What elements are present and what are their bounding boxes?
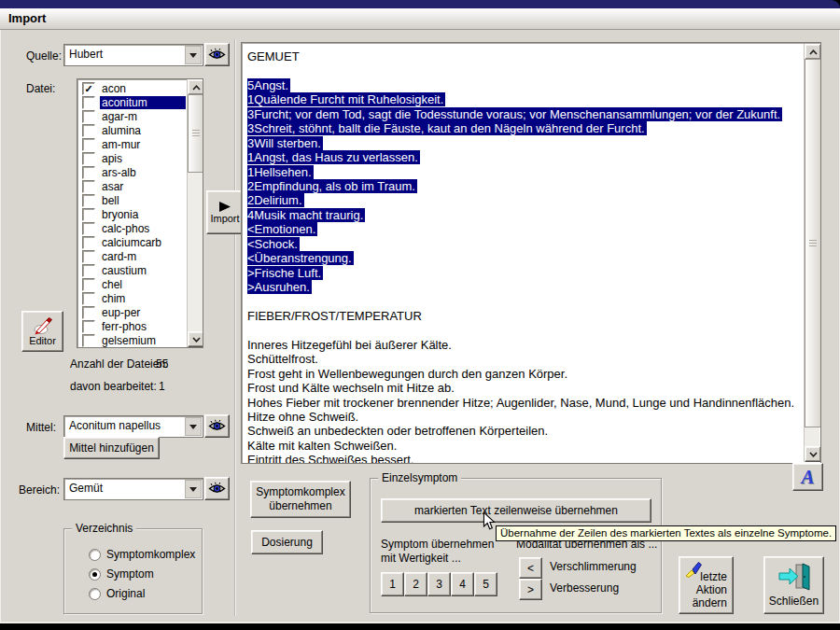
quelle-combobox[interactable]: Hubert xyxy=(63,44,203,66)
wertigkeit-button-2[interactable]: 2 xyxy=(404,572,427,596)
file-checkbox[interactable] xyxy=(82,250,95,263)
selected-text: >Frische Luft. xyxy=(247,266,323,280)
file-checkbox[interactable] xyxy=(82,292,95,305)
file-name: chel xyxy=(100,278,186,291)
file-list-item[interactable]: aconitum xyxy=(79,95,186,109)
file-checkbox[interactable] xyxy=(82,306,95,319)
quelle-view-button[interactable] xyxy=(204,43,230,66)
radio-icon[interactable] xyxy=(89,568,101,581)
verschlimmerung-button[interactable]: < xyxy=(519,557,542,579)
text-line: 5Angst. xyxy=(247,78,802,92)
file-list-item[interactable]: alumina xyxy=(79,123,186,137)
file-checkbox[interactable] xyxy=(82,264,95,277)
mittel-combobox[interactable]: Aconitum napellus xyxy=(63,415,203,438)
editor-button[interactable]: Editor xyxy=(21,311,63,352)
file-list-scrollbar[interactable] xyxy=(187,79,203,347)
file-checkbox[interactable] xyxy=(82,334,95,347)
symptomkomplex-uebernehmen-button[interactable]: Symptomkomplex übernehmen xyxy=(250,481,351,518)
scrollbar-thumb[interactable] xyxy=(805,59,821,427)
verbesserung-button[interactable]: > xyxy=(519,579,542,600)
file-name: caustium xyxy=(100,264,186,277)
mittel-hinzufuegen-button[interactable]: Mittel hinzufügen xyxy=(63,437,160,459)
dosierung-button[interactable]: Dosierung xyxy=(251,530,323,554)
file-list-item[interactable]: asar xyxy=(79,179,186,193)
file-checkbox[interactable] xyxy=(82,278,95,291)
text-scrollbar[interactable] xyxy=(804,44,819,462)
file-checkbox[interactable] xyxy=(82,138,95,151)
file-list-item[interactable]: agar-m xyxy=(79,109,186,123)
file-checkbox[interactable]: ✓ xyxy=(82,82,95,95)
file-checkbox[interactable] xyxy=(82,208,95,221)
title-bar[interactable]: Import xyxy=(0,8,840,30)
file-list-item[interactable]: caustium xyxy=(79,263,186,277)
import-text-area[interactable]: GEMUET5Angst.1Quälende Furcht mit Ruhelo… xyxy=(241,42,821,464)
scroll-up-button[interactable] xyxy=(188,79,203,95)
file-checkbox[interactable] xyxy=(82,222,95,235)
scroll-down-button[interactable] xyxy=(188,331,203,347)
markierten-text-button[interactable]: markierten Text zeilenweise übernehmen xyxy=(381,498,651,523)
file-list-item[interactable]: apis xyxy=(79,151,186,165)
file-checkbox[interactable] xyxy=(82,96,95,109)
radio-option-symptomkomplex[interactable]: Symptomkomplex xyxy=(89,548,195,561)
schliessen-button[interactable]: Schließen xyxy=(763,556,824,614)
file-list-item[interactable]: eup-per xyxy=(79,305,186,319)
quelle-value: Hubert xyxy=(69,48,103,61)
radio-option-original[interactable]: Original xyxy=(89,587,145,600)
radio-label: Symptomkomplex xyxy=(106,548,195,561)
file-list-item[interactable]: ✓acon xyxy=(79,81,186,95)
file-list-item[interactable]: ferr-phos xyxy=(79,319,186,333)
file-list-item[interactable]: gelsemium xyxy=(79,333,186,347)
wertigkeit-button-4[interactable]: 4 xyxy=(451,572,474,596)
quelle-dropdown-button[interactable] xyxy=(185,46,202,64)
file-list-item[interactable]: bryonia xyxy=(79,207,186,221)
text-line xyxy=(247,294,802,308)
file-name: bell xyxy=(100,194,186,207)
radio-icon[interactable] xyxy=(89,549,101,561)
text-line: 3Schreit, stöhnt, ballt die Fäuste, kaut… xyxy=(247,121,802,135)
file-list-item[interactable]: am-mur xyxy=(79,137,186,151)
file-list-item[interactable]: chim xyxy=(79,291,186,305)
wertigkeit-button-5[interactable]: 5 xyxy=(474,572,497,596)
mittel-view-button[interactable] xyxy=(204,414,230,438)
file-list-item[interactable]: ars-alb xyxy=(79,165,186,179)
file-list-item[interactable]: card-m xyxy=(79,249,186,263)
file-checkbox[interactable] xyxy=(82,166,95,179)
file-list-item[interactable]: calciumcarb xyxy=(79,235,186,249)
bereich-combobox[interactable]: Gemüt xyxy=(63,478,203,500)
file-checkbox[interactable] xyxy=(82,194,95,207)
file-name: alumina xyxy=(100,124,186,137)
import-text: GEMUET5Angst.1Quälende Furcht mit Ruhelo… xyxy=(247,49,802,464)
scrollbar-thumb[interactable] xyxy=(188,94,203,173)
letzte-aktion-button[interactable]: letzte Aktion ändern xyxy=(679,556,734,614)
wertigkeit-button-3[interactable]: 3 xyxy=(427,572,451,596)
file-checkbox[interactable] xyxy=(82,180,95,193)
file-list-item[interactable]: calc-phos xyxy=(79,221,186,235)
radio-option-symptom[interactable]: Symptom xyxy=(89,567,154,581)
text-line: 2Empfindung, als ob im Traum. xyxy=(247,179,802,193)
file-checkbox[interactable] xyxy=(82,110,95,123)
scroll-up-button[interactable] xyxy=(805,44,821,60)
bereich-dropdown-button[interactable] xyxy=(185,480,202,498)
file-checkbox[interactable] xyxy=(82,152,95,165)
selected-text: 5Angst. xyxy=(247,78,290,92)
mittel-dropdown-button[interactable] xyxy=(185,417,202,436)
file-name: asar xyxy=(100,180,186,193)
file-checkbox[interactable] xyxy=(82,320,95,333)
file-checkbox[interactable] xyxy=(82,236,95,249)
text-line: Hohes Fieber mit trockener brennender Hi… xyxy=(247,396,802,410)
file-name: card-m xyxy=(100,250,186,263)
wertigkeit-label-2: mit Wertigkeit ... xyxy=(381,552,461,565)
file-name: aconitum xyxy=(100,96,186,109)
bereich-view-button[interactable] xyxy=(204,477,230,500)
radio-icon[interactable] xyxy=(89,588,101,600)
selected-text: <Emotionen. xyxy=(247,222,317,236)
wertigkeit-button-1[interactable]: 1 xyxy=(381,572,404,596)
text-line: Kälte mit kalten Schweißen. xyxy=(247,439,802,453)
import-button[interactable]: Import xyxy=(206,190,244,234)
scroll-down-button[interactable] xyxy=(805,446,821,462)
font-button[interactable]: A xyxy=(792,463,823,491)
file-listbox[interactable]: ✓aconaconitumagar-maluminaam-murapisars-… xyxy=(77,78,203,348)
file-checkbox[interactable] xyxy=(82,124,95,137)
file-list-item[interactable]: chel xyxy=(79,277,186,291)
file-list-item[interactable]: bell xyxy=(79,193,186,207)
